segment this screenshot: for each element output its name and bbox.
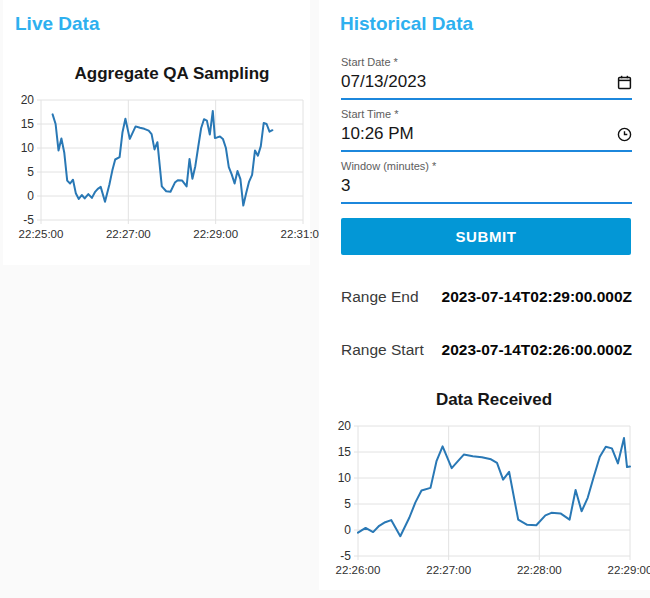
start-date-label: Start Date * (341, 56, 632, 69)
svg-text:20: 20 (338, 419, 352, 433)
received-chart-title: Data Received (326, 390, 642, 410)
svg-text:15: 15 (21, 117, 35, 131)
submit-button[interactable]: SUBMIT (341, 218, 631, 255)
svg-text:10: 10 (21, 141, 35, 155)
range-end-label: Range End (341, 288, 419, 306)
window-minutes-label: Window (minutes) * (341, 160, 632, 173)
live-data-heading: Live Data (15, 13, 99, 35)
svg-text:22:27:00: 22:27:00 (426, 564, 471, 576)
start-time-field[interactable]: Start Time * (341, 108, 632, 152)
calendar-icon[interactable] (616, 74, 632, 90)
range-end-value: 2023-07-14T02:29:00.000Z (442, 288, 632, 306)
window-minutes-field[interactable]: Window (minutes) * (341, 160, 632, 204)
svg-text:0: 0 (27, 189, 34, 203)
clock-icon[interactable] (616, 126, 632, 142)
svg-text:15: 15 (338, 445, 352, 459)
received-chart: -50510152022:26:0022:27:0022:28:0022:29:… (326, 418, 642, 586)
svg-text:-5: -5 (340, 549, 351, 563)
svg-text:5: 5 (27, 165, 34, 179)
svg-text:0: 0 (344, 523, 351, 537)
start-time-label: Start Time * (341, 108, 632, 121)
live-chart: -50510152022:25:0022:27:0022:29:0022:31:… (11, 92, 311, 247)
range-start-value: 2023-07-14T02:26:00.000Z (442, 341, 632, 359)
svg-text:22:26:00: 22:26:00 (336, 564, 381, 576)
svg-text:22:29:00: 22:29:00 (608, 564, 650, 576)
start-date-input[interactable] (341, 72, 616, 92)
svg-text:10: 10 (338, 471, 352, 485)
historical-data-heading: Historical Data (340, 13, 473, 35)
svg-text:5: 5 (344, 497, 351, 511)
svg-text:-5: -5 (23, 213, 34, 227)
range-start-label: Range Start (341, 341, 424, 359)
svg-text:22:29:00: 22:29:00 (193, 228, 238, 240)
svg-text:22:25:00: 22:25:00 (19, 228, 64, 240)
svg-text:22:28:00: 22:28:00 (517, 564, 562, 576)
live-data-panel: Live Data Aggregate QA Sampling -5051015… (3, 0, 310, 265)
start-time-input[interactable] (341, 124, 616, 144)
svg-text:20: 20 (21, 93, 35, 107)
svg-text:22:27:00: 22:27:00 (106, 228, 151, 240)
live-chart-title: Aggregate QA Sampling (11, 64, 311, 84)
historical-data-panel: Historical Data Start Date * Start Time … (319, 0, 650, 590)
start-date-field[interactable]: Start Date * (341, 56, 632, 100)
window-minutes-input[interactable] (341, 176, 632, 196)
range-end-row: Range End 2023-07-14T02:29:00.000Z (341, 288, 632, 306)
range-start-row: Range Start 2023-07-14T02:26:00.000Z (341, 341, 632, 359)
